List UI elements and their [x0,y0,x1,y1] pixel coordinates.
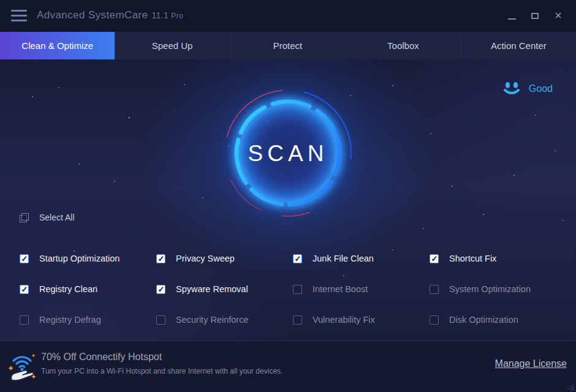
checkbox [430,285,439,294]
select-all-label: Select All [39,213,75,222]
resize-grip[interactable] [567,383,574,390]
close-button[interactable]: ✕ [547,5,570,27]
tab-clean-optimize[interactable]: Clean & Optimize [0,32,115,59]
minimize-button[interactable] [500,5,523,27]
minimize-icon [508,18,516,20]
promo-title: 70% Off Connectify Hotspot [41,352,282,363]
smiley-good-icon [501,78,523,100]
task-junk-file-clean[interactable]: Junk File Clean [293,243,430,274]
select-all-checkbox[interactable]: Select All [20,213,75,222]
close-icon: ✕ [554,11,562,21]
checkbox [156,285,165,294]
main-panel: Good [0,59,576,341]
task-privacy-sweep[interactable]: Privacy Sweep [156,243,293,274]
app-title: Advanced SystemCare11.1Pro [37,9,183,21]
health-status-label: Good [529,83,553,94]
task-registry-clean[interactable]: Registry Clean [20,274,156,304]
task-disk-optimization[interactable]: Disk Optimization [430,304,566,335]
app-version: 11.1 [151,10,169,20]
checkbox [156,254,165,263]
scan-button-label: SCAN [248,141,328,166]
system-health-status: Good [501,78,553,100]
checkbox [20,315,29,325]
hamburger-menu-icon[interactable] [11,10,27,21]
task-system-optimization[interactable]: System Optimization [430,274,566,304]
tab-speed-up[interactable]: Speed Up [115,32,229,59]
manage-license-link[interactable]: Manage License [495,358,567,369]
task-grid: Startup Optimization Privacy Sweep Junk … [20,243,566,335]
select-all-icon [20,213,29,222]
task-registry-defrag[interactable]: Registry Defrag [20,304,156,335]
footer-bar: 70% Off Connectify Hotspot Turn your PC … [0,341,576,392]
window-controls: ✕ [500,0,570,32]
tab-action-center[interactable]: Action Center [461,32,576,59]
checkbox [430,254,439,263]
app-name: Advanced SystemCare [37,9,148,21]
checkbox [293,285,302,294]
checkbox [156,315,165,325]
maximize-button[interactable] [523,5,547,27]
app-window: Advanced SystemCare11.1Pro ✕ Clean & Opt… [0,0,576,392]
task-spyware-removal[interactable]: Spyware Removal [156,274,293,304]
app-edition: Pro [171,12,183,20]
connectify-hotspot-icon[interactable] [7,351,37,385]
promo-text-block[interactable]: 70% Off Connectify Hotspot Turn your PC … [41,352,282,375]
checkbox [293,315,302,325]
task-vulnerability-fix[interactable]: Vulnerability Fix [293,304,430,335]
task-startup-optimization[interactable]: Startup Optimization [20,243,156,274]
task-internet-boost[interactable]: Internet Boost [293,274,430,304]
tab-toolbox[interactable]: Toolbox [345,32,460,59]
checkbox [20,254,29,263]
scan-button[interactable]: SCAN [196,61,380,245]
tab-protect[interactable]: Protect [230,32,345,59]
checkbox [293,254,302,263]
checkbox [20,285,29,294]
maximize-icon [531,13,539,19]
checkbox [430,315,439,325]
title-bar: Advanced SystemCare11.1Pro ✕ [0,0,576,32]
task-security-reinforce[interactable]: Security Reinforce [156,304,293,335]
task-shortcut-fix[interactable]: Shortcut Fix [430,243,566,274]
tab-bar: Clean & Optimize Speed Up Protect Toolbo… [0,32,576,59]
promo-subtitle: Turn your PC into a Wi-Fi Hotspot and sh… [41,367,282,375]
